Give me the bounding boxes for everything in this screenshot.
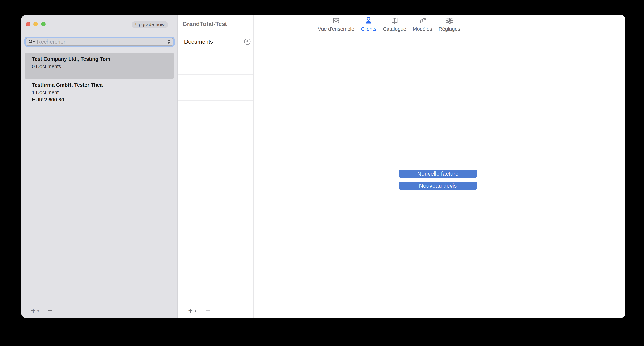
client-list-item[interactable]: Testfirma GmbH, Tester Thea 1 Document E… xyxy=(25,79,174,109)
stepper-up-icon xyxy=(168,39,170,41)
main-content: Vue d'ensemble Clients xyxy=(254,15,625,318)
add-client-menu-caret[interactable]: ▾ xyxy=(38,309,39,313)
sidebar: Upgrade now Rechercher Test Company Ltd.… xyxy=(22,15,178,318)
minimize-button[interactable] xyxy=(34,22,38,26)
window-title: GrandTotal-Test xyxy=(182,21,227,27)
toolbar-item-templates[interactable]: Modèles xyxy=(412,16,432,32)
toolbar-label: Modèles xyxy=(412,26,432,32)
toolbar-item-overview[interactable]: Vue d'ensemble xyxy=(318,16,354,32)
add-document-menu-caret[interactable]: ▾ xyxy=(195,309,196,313)
person-icon xyxy=(364,16,373,26)
stepper-down-icon xyxy=(168,42,170,44)
toolbar-item-clients[interactable]: Clients xyxy=(361,16,376,32)
recent-documents-clock-icon[interactable] xyxy=(244,38,251,45)
toolbar-label: Réglages xyxy=(439,26,460,32)
client-total-amount: EUR 2.600,80 xyxy=(32,97,170,103)
toolbar-label: Vue d'ensemble xyxy=(318,26,354,32)
toolbar: Vue d'ensemble Clients xyxy=(318,16,460,32)
search-icon xyxy=(28,39,35,44)
add-client-button[interactable]: + xyxy=(31,307,35,314)
documents-table xyxy=(178,49,254,299)
app-window: Upgrade now Rechercher Test Company Ltd.… xyxy=(22,15,625,318)
zoom-button[interactable] xyxy=(41,22,46,26)
client-document-count: 1 Document xyxy=(32,90,170,95)
archive-box-icon xyxy=(332,16,340,26)
documents-header: Documents xyxy=(184,38,213,45)
client-list-item[interactable]: Test Company Ltd., Testing Tom 0 Documen… xyxy=(25,53,174,79)
upgrade-now-button[interactable]: Upgrade now xyxy=(132,21,168,28)
close-button[interactable] xyxy=(26,22,30,26)
search-input[interactable]: Rechercher xyxy=(26,38,174,45)
client-name: Testfirma GmbH, Tester Thea xyxy=(32,82,170,88)
new-quote-button[interactable]: Nouveau devis xyxy=(398,181,477,190)
brush-pen-icon xyxy=(418,16,426,26)
toolbar-item-catalogue[interactable]: Catalogue xyxy=(383,16,406,32)
remove-document-button[interactable]: − xyxy=(206,306,210,314)
search-placeholder: Rechercher xyxy=(37,39,65,45)
toolbar-label: Catalogue xyxy=(383,26,406,32)
search-field-focus-ring: Rechercher xyxy=(24,37,175,47)
remove-client-button[interactable]: − xyxy=(48,306,52,314)
toolbar-item-settings[interactable]: Réglages xyxy=(439,16,460,32)
client-document-count: 0 Documents xyxy=(32,64,170,69)
documents-panel: GrandTotal-Test Documents + ▾ − xyxy=(178,15,254,318)
add-document-button[interactable]: + xyxy=(188,307,193,314)
sliders-icon xyxy=(445,16,454,26)
new-invoice-button[interactable]: Nouvelle facture xyxy=(398,170,477,178)
client-name: Test Company Ltd., Testing Tom xyxy=(32,56,170,62)
window-controls xyxy=(26,22,46,26)
book-icon xyxy=(390,16,399,26)
toolbar-label: Clients xyxy=(361,26,376,32)
search-stepper[interactable] xyxy=(168,39,170,44)
